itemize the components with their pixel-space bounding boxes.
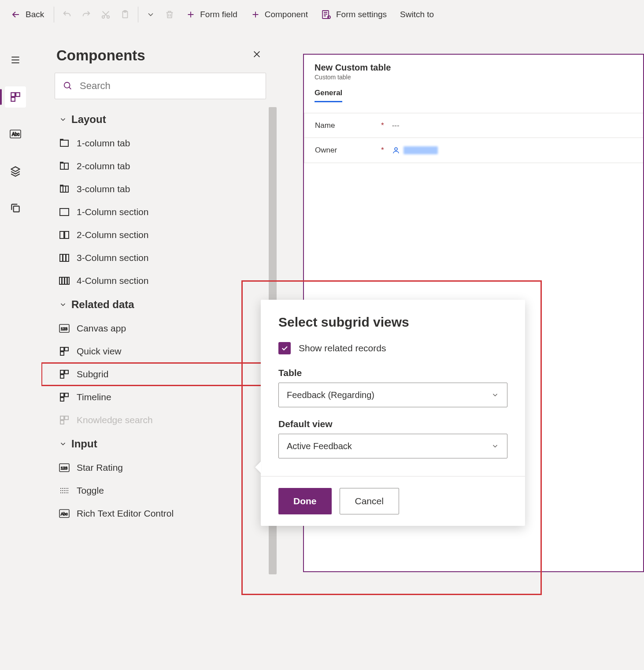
section-1col-icon [59, 208, 70, 216]
panel-title: Components [56, 47, 145, 64]
svg-rect-38 [60, 398, 64, 401]
view-select[interactable]: Active Feedback [278, 434, 507, 458]
copy-icon [10, 202, 21, 214]
item-subgrid[interactable]: Subgrid [41, 363, 279, 386]
toolbar-divider [138, 7, 138, 22]
close-icon [252, 49, 262, 59]
item-2-column-section[interactable]: 2-Column section [41, 223, 279, 246]
item-3-column-tab[interactable]: 3-column tab [41, 178, 279, 201]
chevron-down-icon [59, 440, 67, 448]
section-related-label: Related data [71, 298, 134, 311]
item-label: 2-Column section [77, 230, 148, 240]
table-label: Table [278, 368, 507, 378]
components-panel: Components ▲ Layout 1-column tab 2-colum… [41, 38, 279, 670]
rail-textbox[interactable]: Abc [5, 123, 26, 145]
item-label: Star Rating [77, 462, 123, 473]
panel-close-button[interactable] [249, 47, 264, 64]
svg-point-12 [64, 82, 70, 88]
rich-text-icon: Abc [59, 509, 70, 518]
svg-rect-42 [65, 416, 68, 420]
rail-components[interactable] [5, 86, 26, 108]
chevron-down-icon [491, 391, 499, 399]
item-canvas-app[interactable]: 123Canvas app [41, 317, 279, 340]
svg-rect-11 [14, 206, 19, 212]
item-1-column-section[interactable]: 1-Column section [41, 201, 279, 223]
svg-rect-14 [60, 139, 63, 140]
svg-rect-26 [62, 277, 64, 284]
required-marker: * [381, 121, 384, 130]
svg-rect-37 [60, 393, 64, 397]
subgrid-dialog: Select subgrid views Show related record… [261, 300, 525, 526]
item-toggle[interactable]: Toggle [41, 479, 279, 502]
item-2-column-tab[interactable]: 2-column tab [41, 155, 279, 178]
show-related-row[interactable]: Show related records [278, 342, 507, 354]
svg-rect-40 [60, 416, 64, 420]
item-timeline[interactable]: Timeline [41, 386, 279, 409]
rail-copy[interactable] [5, 197, 26, 219]
svg-rect-36 [65, 370, 68, 374]
required-marker: * [381, 146, 384, 155]
chevron-down-icon [491, 442, 499, 450]
item-label: Knowledge search [77, 415, 153, 425]
section-related[interactable]: Related data [41, 292, 279, 317]
item-label: 3-column tab [77, 184, 130, 194]
show-related-label: Show related records [299, 343, 386, 354]
cut-button[interactable] [96, 6, 115, 23]
svg-rect-34 [60, 370, 64, 374]
item-3-column-section[interactable]: 3-Column section [41, 246, 279, 269]
delete-button[interactable] [160, 6, 179, 23]
component-button[interactable]: Component [244, 6, 314, 23]
svg-text:Abc: Abc [61, 512, 68, 516]
field-label-name: Name [315, 121, 381, 130]
cancel-button[interactable]: Cancel [340, 488, 399, 514]
svg-rect-32 [60, 352, 64, 355]
show-related-checkbox[interactable] [278, 342, 291, 354]
item-label: 4-Column section [77, 275, 148, 286]
done-button[interactable]: Done [278, 488, 332, 514]
item-4-column-section[interactable]: 4-Column section [41, 269, 279, 292]
form-settings-icon [321, 9, 332, 20]
undo-button[interactable] [58, 6, 76, 23]
form-row-owner[interactable]: Owner * [304, 138, 643, 163]
svg-rect-21 [65, 231, 69, 238]
switch-button[interactable]: Switch to [394, 6, 440, 23]
table-select[interactable]: Feedback (Regarding) [278, 383, 507, 407]
rail-layers[interactable] [5, 160, 26, 182]
layers-icon [10, 165, 21, 177]
item-1-column-tab[interactable]: 1-column tab [41, 132, 279, 155]
item-star-rating[interactable]: 123Star Rating [41, 456, 279, 479]
tab-3col-icon [59, 184, 70, 194]
back-button[interactable]: Back [4, 6, 50, 23]
section-input[interactable]: Input [41, 432, 279, 456]
form-title: New Custom table [315, 63, 633, 73]
svg-rect-31 [60, 347, 64, 351]
svg-text:123: 123 [61, 466, 67, 470]
svg-rect-7 [11, 97, 15, 101]
section-layout-label: Layout [71, 113, 106, 126]
item-quick-view[interactable]: Quick view [41, 340, 279, 363]
form-tab-general[interactable]: General [315, 89, 342, 102]
search-input[interactable] [79, 80, 258, 92]
search-box[interactable] [55, 73, 266, 99]
form-settings-button[interactable]: Form settings [315, 6, 393, 23]
svg-rect-6 [11, 93, 15, 97]
component-label: Component [265, 10, 308, 19]
form-field-button[interactable]: Form field [180, 6, 243, 23]
paste-button[interactable] [116, 6, 134, 23]
plus-icon [251, 10, 260, 19]
rail-hamburger[interactable] [5, 49, 26, 71]
section-layout[interactable]: Layout [41, 107, 279, 132]
form-row-name[interactable]: Name * --- [304, 113, 643, 138]
field-label-owner: Owner [315, 146, 381, 155]
svg-rect-39 [65, 393, 68, 397]
item-rich-text-editor[interactable]: AbcRich Text Editor Control [41, 502, 279, 525]
top-toolbar: Back Form field Component Form settings … [0, 0, 644, 29]
svg-rect-16 [60, 162, 63, 163]
components-icon [10, 91, 21, 103]
form-field-label: Form field [200, 10, 237, 19]
redo-button[interactable] [77, 6, 96, 23]
more-chevron-button[interactable] [142, 7, 159, 22]
redo-icon [81, 10, 91, 19]
svg-rect-20 [60, 231, 64, 238]
item-label: 3-Column section [77, 253, 148, 263]
